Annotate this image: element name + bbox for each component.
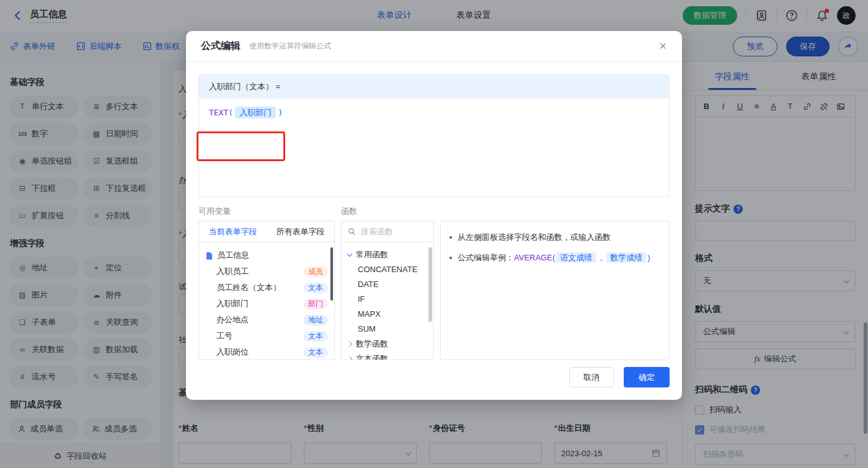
variable-row[interactable]: 入职员工成员 [199, 263, 334, 280]
example-field-pill: 语文成绩 [556, 252, 596, 263]
modal-title: 公式编辑 [201, 40, 241, 53]
tab-all-form-fields[interactable]: 所有表单字段 [267, 226, 334, 237]
function-item-sum[interactable]: SUM [342, 322, 433, 337]
functions-label: 函数 [341, 206, 357, 217]
variables-scrollbar[interactable] [330, 247, 333, 301]
formula-target: 入职部门（文本） = [199, 75, 669, 99]
formula-editor: 入职部门（文本） = TEXT(入职部门) [198, 74, 670, 197]
variables-panel: 当前表单字段 所有表单字段 员工信息 入职员工成员 员工姓名（文本）文本 入职部… [198, 221, 335, 360]
confirm-button[interactable]: 确定 [624, 367, 670, 387]
field-type-badge: 文本 [303, 347, 328, 358]
field-type-badge: 文本 [303, 331, 328, 342]
function-group-math[interactable]: 数学函数 [342, 337, 433, 351]
modal-header: 公式编辑 使用数学运算符编辑公式 ✕ [186, 31, 682, 62]
variable-row[interactable]: 入职部门部门 [199, 296, 334, 312]
function-group-text[interactable]: 文本函数 [342, 351, 433, 360]
function-search-input[interactable] [361, 227, 427, 236]
close-icon[interactable]: ✕ [659, 40, 667, 52]
tab-current-form-fields[interactable]: 当前表单字段 [199, 226, 267, 237]
functions-panel: 常用函数 CONCATENATE DATE IF MAPX SUM 数学函数 文… [341, 221, 434, 360]
functions-scrollbar[interactable] [428, 247, 432, 322]
form-doc-icon [205, 252, 213, 260]
function-item-if[interactable]: IF [342, 292, 433, 307]
chevron-collapsed-icon [347, 356, 352, 360]
function-item-mapx[interactable]: MAPX [342, 307, 433, 322]
cancel-button[interactable]: 取消 [569, 367, 614, 387]
function-item-concatenate[interactable]: CONCATENATE [342, 262, 433, 277]
function-search[interactable] [342, 221, 433, 242]
modal-subtitle: 使用数学运算符编辑公式 [249, 41, 331, 51]
variable-row[interactable]: 办公地点地址 [199, 312, 334, 328]
help-text-2: 公式编辑举例：AVERAGE(语文成绩，数学成绩) [458, 252, 650, 264]
formula-help-panel: 从左侧面板选择字段名和函数，或输入函数 公式编辑举例：AVERAGE(语文成绩，… [440, 221, 670, 360]
variable-row[interactable]: 员工姓名（文本）文本 [199, 280, 334, 296]
chevron-expanded-icon [347, 251, 352, 256]
search-icon [348, 227, 356, 236]
variables-root-node[interactable]: 员工信息 [199, 247, 334, 263]
field-type-badge: 成员 [303, 267, 328, 277]
field-type-badge: 文本 [303, 283, 328, 293]
formula-function-token: TEXT [209, 108, 228, 117]
function-item-date[interactable]: DATE [342, 277, 433, 292]
formula-input-area[interactable]: TEXT(入职部门) [199, 99, 669, 196]
formula-field-token: 入职部门 [235, 107, 276, 118]
function-group-common[interactable]: 常用函数 [342, 247, 433, 262]
variable-row[interactable]: 入职岗位文本 [199, 344, 334, 360]
field-type-badge: 地址 [303, 315, 328, 325]
field-type-badge: 部门 [303, 299, 328, 309]
variable-row[interactable]: 工号文本 [199, 328, 334, 344]
example-field-pill: 数学成绩 [606, 252, 646, 263]
variables-label: 可用变量 [198, 206, 341, 217]
help-text-1: 从左侧面板选择字段名和函数，或输入函数 [458, 231, 611, 244]
bullet-dot [450, 236, 452, 239]
chevron-collapsed-icon [347, 342, 352, 347]
bullet-dot [450, 257, 452, 259]
formula-edit-modal: 公式编辑 使用数学运算符编辑公式 ✕ 入职部门（文本） = TEXT(入职部门)… [186, 31, 682, 400]
form-designer-app: 员工信息 表单设计 表单设置 数据管理 政 [0, 0, 868, 468]
